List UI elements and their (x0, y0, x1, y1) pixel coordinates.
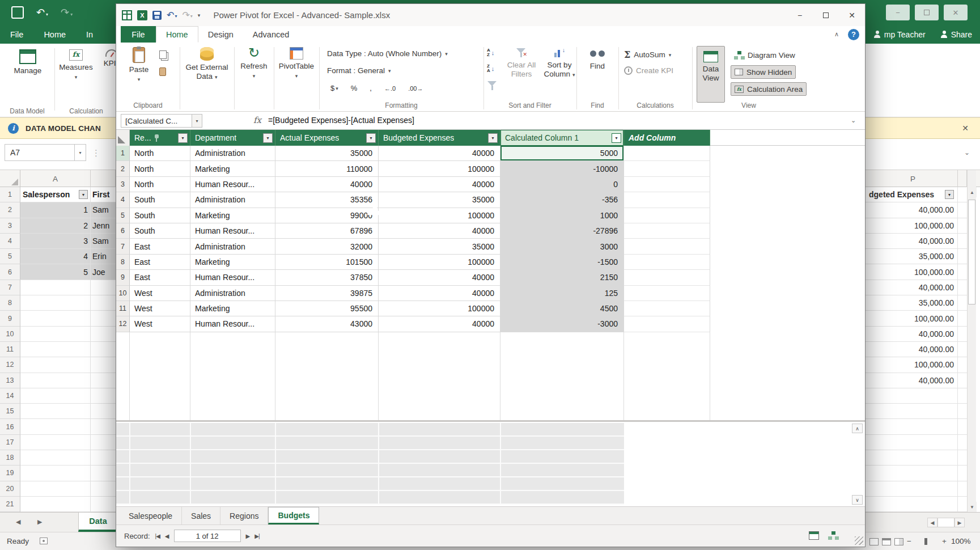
row-header[interactable]: 18 (0, 450, 20, 466)
increase-decimal-button[interactable]: ←.0 (381, 83, 399, 94)
name-box-dropdown-icon[interactable]: ▾ (75, 144, 86, 161)
cell[interactable]: 40,000.00 (866, 202, 958, 218)
filter-dropdown-icon[interactable]: ▾ (366, 133, 376, 143)
tab-file[interactable]: File (121, 26, 156, 43)
formula-bar-expand-icon[interactable]: ⌄ (851, 117, 856, 124)
tab-design[interactable]: Design (198, 26, 243, 43)
cell[interactable] (958, 264, 967, 280)
excel-undo-icon[interactable]: ↶▾ (36, 6, 48, 19)
format-dropdown[interactable]: Format : General▾ (327, 66, 391, 75)
column-header-a[interactable]: A (20, 170, 91, 187)
account-name[interactable]: mp Teacher (873, 30, 926, 39)
cell[interactable] (20, 357, 91, 373)
cell-calculated[interactable]: -27896 (500, 223, 624, 239)
filter-dropdown-icon[interactable]: ▾ (945, 190, 954, 199)
last-record-icon[interactable]: ▶| (254, 533, 259, 539)
column-header-calculated-column[interactable]: Calculated Column 1▾ (500, 130, 624, 146)
row-header[interactable]: 6 (0, 264, 20, 280)
data-view-button[interactable]: Data View (697, 46, 725, 103)
cell-calculated[interactable]: 1000 (500, 208, 624, 223)
cell-calculated[interactable]: 0 (500, 177, 624, 192)
cell[interactable]: Sam (91, 234, 116, 249)
cell-budgeted[interactable]: 40000 (379, 286, 500, 301)
thousands-separator-button[interactable]: , (366, 82, 375, 94)
cell-budgeted[interactable]: 100000 (379, 301, 500, 316)
row-number[interactable]: 2 (116, 161, 130, 176)
cell[interactable] (20, 311, 91, 326)
cell-region[interactable]: South (130, 208, 190, 223)
cell[interactable] (866, 481, 958, 497)
cell[interactable] (958, 249, 967, 264)
clear-all-filters-button[interactable]: ✕ Clear All Filters (504, 47, 539, 79)
cell-department[interactable]: Human Resour... (190, 177, 275, 192)
cell-calculated-active[interactable]: 5000 (500, 146, 624, 161)
tab-advanced[interactable]: Advanced (243, 26, 299, 43)
calc-scroll-up-icon[interactable]: ∧ (852, 424, 863, 433)
cell-add-column[interactable] (624, 255, 710, 270)
cell-region[interactable]: East (130, 239, 190, 254)
row-header[interactable]: 11 (0, 342, 20, 357)
column-header-q-sliver[interactable] (958, 170, 967, 187)
row-number[interactable]: 9 (116, 270, 130, 285)
cell[interactable] (20, 404, 91, 419)
filter-dropdown-icon[interactable]: ▾ (488, 133, 498, 143)
cell[interactable] (91, 373, 116, 388)
manage-data-model-button[interactable]: Manage (10, 49, 45, 75)
row-number[interactable]: 6 (116, 223, 130, 239)
page-layout-view-icon[interactable] (882, 538, 891, 545)
cell[interactable] (866, 466, 958, 481)
cell-add-column[interactable] (624, 161, 710, 176)
cell-add-column[interactable] (624, 286, 710, 301)
cell-add-column[interactable] (624, 208, 710, 223)
cell[interactable] (91, 295, 116, 311)
cell-add-column[interactable] (624, 223, 710, 239)
calc-scroll-down-icon[interactable]: ∨ (852, 495, 863, 505)
get-external-data-button[interactable]: Get External Data ▾ (183, 47, 231, 81)
excel-vertical-scrollbar[interactable]: ▲ ▼ (967, 170, 976, 512)
cell[interactable] (958, 187, 967, 202)
row-header[interactable]: 8 (0, 295, 20, 311)
cell-department[interactable]: Administration (190, 286, 275, 301)
cell[interactable] (20, 327, 91, 342)
paste-button[interactable]: Paste ▾ (124, 47, 154, 83)
message-bar-close-icon[interactable]: ✕ (962, 124, 969, 133)
pivottable-button[interactable]: PivotTable ▾ (277, 47, 316, 79)
cell[interactable] (20, 497, 91, 512)
cell-region[interactable]: South (130, 192, 190, 208)
cell-calculated[interactable]: 3000 (500, 239, 624, 254)
cell-calculated[interactable]: 2150 (500, 270, 624, 285)
cell-department[interactable]: Marketing (190, 161, 275, 176)
cell[interactable]: Jenn (91, 218, 116, 234)
filter-dropdown-icon[interactable]: ▾ (612, 133, 621, 143)
cell[interactable] (958, 234, 967, 249)
column-header-department[interactable]: Department▾ (190, 130, 275, 146)
cell[interactable] (958, 419, 967, 434)
cell[interactable] (958, 435, 967, 450)
macro-record-icon[interactable] (40, 538, 48, 544)
quick-access-customize-icon[interactable]: ▾ (198, 12, 201, 18)
sheet-tab-budgets[interactable]: Budgets (268, 507, 319, 524)
currency-button[interactable]: $▾ (327, 82, 342, 94)
cell[interactable] (91, 388, 116, 404)
first-record-icon[interactable]: |◀ (155, 533, 160, 539)
row-header[interactable]: 12 (0, 357, 20, 373)
row-number[interactable]: 3 (116, 177, 130, 192)
cell[interactable]: 35,000.00 (866, 249, 958, 264)
select-all-corner[interactable] (0, 170, 20, 187)
scroll-up-icon[interactable]: ▲ (968, 187, 977, 197)
row-header[interactable]: 4 (0, 234, 20, 249)
zoom-in-icon[interactable]: + (942, 537, 947, 545)
cell[interactable] (91, 481, 116, 497)
cell[interactable] (20, 373, 91, 388)
cell[interactable] (20, 342, 91, 357)
page-break-view-icon[interactable] (894, 538, 903, 545)
cell-department[interactable]: Administration (190, 239, 275, 254)
cell[interactable]: 2 (20, 218, 91, 234)
undo-icon[interactable]: ↶▾ (167, 10, 177, 20)
cell[interactable]: Erin (91, 249, 116, 264)
cell-department[interactable]: Marketing (190, 255, 275, 270)
cell-budgeted[interactable]: 35000 (379, 239, 500, 254)
save-icon[interactable] (152, 11, 162, 20)
cell-calculated[interactable]: -356 (500, 192, 624, 208)
cell-first-header[interactable]: First (91, 187, 116, 202)
